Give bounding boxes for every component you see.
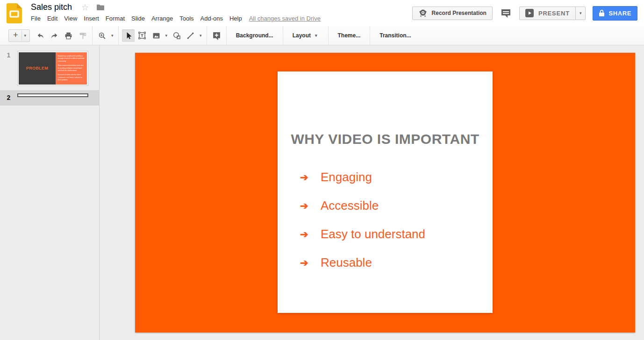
slide-filmstrip: 1 PROBLEM Explaining complicated workflo… <box>0 45 100 340</box>
current-slide[interactable]: WHY VIDEO IS IMPORTANT ➔ Engaging ➔ Acce… <box>135 53 635 333</box>
menu-item-format[interactable]: Format <box>102 14 128 23</box>
image-dropdown[interactable]: ▾ <box>164 33 169 38</box>
line-tool-button[interactable] <box>184 29 197 42</box>
menu-item-view[interactable]: View <box>61 14 80 23</box>
slide-thumbnail-2[interactable]: WHY VIDEO IS IMPORTANT ▪Engaging ▪Access… <box>17 93 88 97</box>
menu-item-slide[interactable]: Slide <box>128 14 148 23</box>
bullet-item[interactable]: ➔ Engaging <box>300 170 425 184</box>
arrow-bullet-icon: ➔ <box>300 201 313 211</box>
bullet-item[interactable]: ➔ Easy to understand <box>300 227 425 241</box>
menu-item-help[interactable]: Help <box>226 14 245 23</box>
new-slide-dropdown[interactable]: ▾ <box>21 30 29 41</box>
slides-logo-icon[interactable] <box>7 3 22 23</box>
zoom-button[interactable] <box>96 29 108 42</box>
menu-item-insert[interactable]: Insert <box>80 14 102 23</box>
bullet-text[interactable]: Reusable <box>321 256 372 270</box>
background-button[interactable]: Background... <box>230 26 279 45</box>
slide-bullet-list: ➔ Engaging ➔ Accessible ➔ Easy to unders… <box>300 170 425 270</box>
comment-icon <box>501 8 511 18</box>
menu-item-tools[interactable]: Tools <box>176 14 197 23</box>
thumb1-paragraph: Increase in ticket volume when customers… <box>58 74 85 81</box>
thumb1-title-panel: PROBLEM <box>19 52 56 85</box>
arrow-bullet-icon: ➔ <box>300 172 313 182</box>
chevron-down-icon: ▾ <box>200 33 202 38</box>
transition-button[interactable]: Transition... <box>373 26 417 45</box>
toolbar-separator <box>283 26 283 45</box>
thumb1-body-panel: Explaining complicated workflows through… <box>56 52 87 85</box>
bullet-item[interactable]: ➔ Accessible <box>300 199 425 213</box>
menu-bar: File Edit View Insert Format Slide Arran… <box>28 14 321 23</box>
redo-icon <box>50 32 58 40</box>
toolbar-separator <box>207 26 207 45</box>
menu-item-arrange[interactable]: Arrange <box>148 14 176 23</box>
bullet-item[interactable]: ➔ Reusable <box>300 256 425 270</box>
record-presentation-button[interactable]: Record Presentation <box>412 7 493 20</box>
slide-number: 2 <box>0 93 17 101</box>
printer-icon <box>64 32 72 40</box>
slide-content-box[interactable]: WHY VIDEO IS IMPORTANT ➔ Engaging ➔ Acce… <box>278 71 493 313</box>
google-slides-app: Sales pitch ☆ File Edit View Insert Form… <box>0 0 644 340</box>
zoom-dropdown[interactable]: ▾ <box>110 33 115 38</box>
share-button[interactable]: SHARE <box>593 6 637 21</box>
folder-icon <box>96 4 105 11</box>
header-actions: Record Presentation PRESENT <box>412 0 637 26</box>
insert-image-button[interactable] <box>150 29 163 42</box>
menu-item-edit[interactable]: Edit <box>44 14 61 23</box>
line-dropdown[interactable]: ▾ <box>198 33 203 38</box>
star-icon[interactable]: ☆ <box>81 3 89 12</box>
undo-button[interactable] <box>34 29 47 42</box>
move-to-folder-button[interactable] <box>96 4 105 11</box>
theme-button[interactable]: Theme... <box>332 26 367 45</box>
present-options-button[interactable]: ▾ <box>576 7 586 20</box>
select-tool-button[interactable] <box>122 29 135 42</box>
slide-thumbnail-1[interactable]: PROBLEM Explaining complicated workflows… <box>17 51 88 86</box>
text-box-button[interactable] <box>136 29 149 42</box>
bullet-text[interactable]: Easy to understand <box>321 227 425 241</box>
thumb1-paragraph: Slow response/resolution time due to sen… <box>58 64 85 72</box>
chevron-down-icon: ▾ <box>165 33 168 38</box>
bullet-text[interactable]: Accessible <box>321 199 379 213</box>
new-slide-button[interactable]: + <box>10 30 21 41</box>
slide-number: 1 <box>0 51 17 59</box>
add-comment-icon <box>212 31 221 40</box>
play-icon <box>525 9 534 17</box>
chevron-down-icon: ▾ <box>24 33 27 38</box>
redo-button[interactable] <box>48 29 61 42</box>
present-button-group: PRESENT ▾ <box>519 7 586 20</box>
zoom-in-icon <box>98 32 106 40</box>
layout-button[interactable]: Layout ▾ <box>286 26 325 45</box>
thumb1-paragraph: Explaining complicated workflows through… <box>58 55 85 63</box>
shape-icon <box>172 31 181 40</box>
document-title[interactable]: Sales pitch <box>31 2 72 12</box>
print-button[interactable] <box>62 29 75 42</box>
toolbar-separator <box>328 26 329 45</box>
record-presentation-label: Record Presentation <box>432 10 487 16</box>
menu-item-file[interactable]: File <box>28 14 44 23</box>
arrow-bullet-icon: ➔ <box>300 258 313 268</box>
line-icon <box>186 32 194 40</box>
toolbar-separator <box>118 26 119 45</box>
layout-label: Layout <box>293 32 311 39</box>
open-comments-button[interactable] <box>501 8 511 18</box>
shape-button[interactable] <box>170 29 183 42</box>
toolbar-separator <box>226 26 227 45</box>
save-status-link[interactable]: All changes saved in Drive <box>249 15 321 22</box>
present-button[interactable]: PRESENT <box>519 7 576 20</box>
chevron-down-icon: ▾ <box>580 11 582 15</box>
arrow-bullet-icon: ➔ <box>300 229 313 239</box>
toolbar: + ▾ <box>0 26 644 45</box>
text-box-icon <box>138 31 146 40</box>
paint-format-button[interactable] <box>76 29 89 42</box>
menu-item-addons[interactable]: Add-ons <box>197 14 226 23</box>
present-label: PRESENT <box>538 10 570 17</box>
chevron-down-icon: ▾ <box>314 33 319 38</box>
share-label: SHARE <box>608 10 631 17</box>
filmstrip-row-2: 2 WHY VIDEO IS IMPORTANT ▪Engaging ▪Acce… <box>0 90 99 106</box>
toolbar-separator <box>92 26 93 45</box>
bullet-text[interactable]: Engaging <box>321 170 372 184</box>
slide-title[interactable]: WHY VIDEO IS IMPORTANT <box>282 131 488 147</box>
lock-icon <box>599 9 605 17</box>
insert-comment-button[interactable] <box>210 29 223 42</box>
title-area: Sales pitch ☆ File Edit View Insert Form… <box>31 2 321 23</box>
webcam-icon <box>418 9 428 17</box>
